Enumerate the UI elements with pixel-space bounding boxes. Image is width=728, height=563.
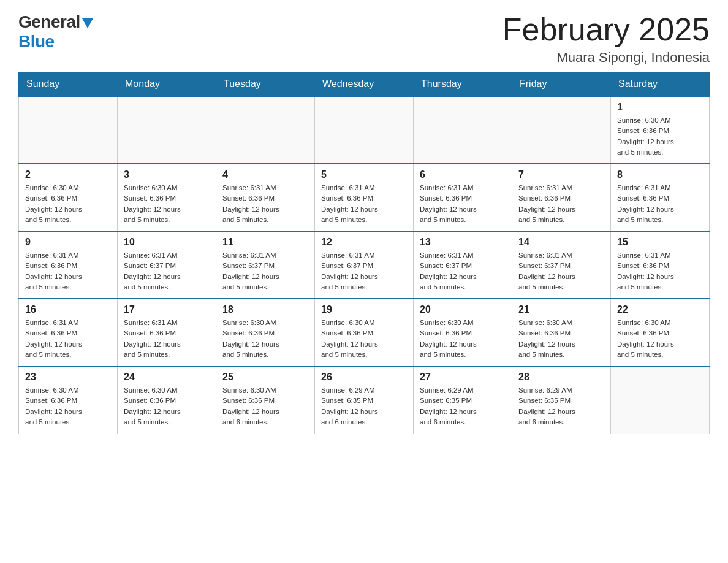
calendar-day-cell: 15Sunrise: 6:31 AMSunset: 6:36 PMDayligh… — [611, 231, 710, 299]
day-number: 4 — [222, 169, 308, 180]
day-info: Sunrise: 6:30 AMSunset: 6:36 PMDaylight:… — [25, 183, 111, 225]
calendar-day-cell: 8Sunrise: 6:31 AMSunset: 6:36 PMDaylight… — [611, 164, 710, 231]
calendar-day-cell: 13Sunrise: 6:31 AMSunset: 6:37 PMDayligh… — [414, 231, 512, 299]
calendar-day-cell: 28Sunrise: 6:29 AMSunset: 6:35 PMDayligh… — [512, 366, 611, 434]
calendar-day-cell — [19, 96, 118, 164]
day-info: Sunrise: 6:31 AMSunset: 6:37 PMDaylight:… — [518, 250, 604, 293]
day-number: 20 — [420, 304, 506, 315]
day-number: 8 — [617, 169, 703, 180]
day-info: Sunrise: 6:30 AMSunset: 6:36 PMDaylight:… — [222, 385, 308, 427]
day-number: 21 — [518, 304, 604, 315]
calendar-day-cell: 5Sunrise: 6:31 AMSunset: 6:36 PMDaylight… — [315, 164, 414, 231]
calendar-day-cell: 24Sunrise: 6:30 AMSunset: 6:36 PMDayligh… — [118, 366, 216, 434]
calendar-day-cell — [315, 96, 414, 164]
calendar-header: SundayMondayTuesdayWednesdayThursdayFrid… — [19, 72, 710, 97]
calendar-day-cell: 23Sunrise: 6:30 AMSunset: 6:36 PMDayligh… — [19, 366, 118, 434]
calendar-week-row: 16Sunrise: 6:31 AMSunset: 6:36 PMDayligh… — [19, 299, 710, 366]
day-number: 9 — [25, 237, 111, 248]
calendar-week-row: 2Sunrise: 6:30 AMSunset: 6:36 PMDaylight… — [19, 164, 710, 231]
day-number: 18 — [222, 304, 308, 315]
calendar-week-row: 9Sunrise: 6:31 AMSunset: 6:36 PMDaylight… — [19, 231, 710, 299]
calendar-day-cell: 14Sunrise: 6:31 AMSunset: 6:37 PMDayligh… — [512, 231, 611, 299]
calendar-day-cell: 7Sunrise: 6:31 AMSunset: 6:36 PMDaylight… — [512, 164, 611, 231]
day-number: 26 — [321, 372, 407, 383]
day-number: 24 — [124, 372, 210, 383]
day-number: 27 — [420, 372, 506, 383]
day-info: Sunrise: 6:31 AMSunset: 6:37 PMDaylight:… — [124, 250, 210, 293]
day-number: 22 — [617, 304, 703, 315]
day-info: Sunrise: 6:31 AMSunset: 6:36 PMDaylight:… — [617, 183, 703, 225]
svg-marker-0 — [82, 18, 93, 28]
calendar-week-row: 23Sunrise: 6:30 AMSunset: 6:36 PMDayligh… — [19, 366, 710, 434]
calendar-day-cell: 3Sunrise: 6:30 AMSunset: 6:36 PMDaylight… — [118, 164, 216, 231]
day-number: 6 — [420, 169, 506, 180]
day-number: 7 — [518, 169, 604, 180]
day-info: Sunrise: 6:31 AMSunset: 6:36 PMDaylight:… — [124, 318, 210, 360]
calendar-day-cell: 2Sunrise: 6:30 AMSunset: 6:36 PMDaylight… — [19, 164, 118, 231]
day-info: Sunrise: 6:31 AMSunset: 6:36 PMDaylight:… — [617, 250, 703, 293]
calendar-day-cell: 27Sunrise: 6:29 AMSunset: 6:35 PMDayligh… — [414, 366, 512, 434]
calendar-day-cell: 1Sunrise: 6:30 AMSunset: 6:36 PMDaylight… — [611, 96, 710, 164]
day-number: 5 — [321, 169, 407, 180]
day-info: Sunrise: 6:31 AMSunset: 6:37 PMDaylight:… — [420, 250, 506, 293]
day-info: Sunrise: 6:30 AMSunset: 6:36 PMDaylight:… — [518, 318, 604, 360]
day-info: Sunrise: 6:30 AMSunset: 6:36 PMDaylight:… — [321, 318, 407, 360]
calendar-day-cell: 18Sunrise: 6:30 AMSunset: 6:36 PMDayligh… — [216, 299, 315, 366]
logo-blue-text: Blue — [18, 32, 55, 52]
calendar-day-cell: 20Sunrise: 6:30 AMSunset: 6:36 PMDayligh… — [414, 299, 512, 366]
day-info: Sunrise: 6:31 AMSunset: 6:36 PMDaylight:… — [25, 250, 111, 293]
month-title: February 2025 — [502, 12, 710, 47]
calendar-day-cell: 22Sunrise: 6:30 AMSunset: 6:36 PMDayligh… — [611, 299, 710, 366]
day-number: 12 — [321, 237, 407, 248]
day-info: Sunrise: 6:31 AMSunset: 6:37 PMDaylight:… — [321, 250, 407, 293]
day-number: 10 — [124, 237, 210, 248]
day-info: Sunrise: 6:30 AMSunset: 6:36 PMDaylight:… — [124, 385, 210, 427]
day-info: Sunrise: 6:29 AMSunset: 6:35 PMDaylight:… — [420, 385, 506, 427]
logo: General Blue — [18, 12, 93, 52]
calendar-day-cell — [118, 96, 216, 164]
day-info: Sunrise: 6:31 AMSunset: 6:36 PMDaylight:… — [222, 183, 308, 225]
calendar-table: SundayMondayTuesdayWednesdayThursdayFrid… — [18, 72, 710, 434]
calendar-day-cell — [512, 96, 611, 164]
day-number: 16 — [25, 304, 111, 315]
day-info: Sunrise: 6:30 AMSunset: 6:36 PMDaylight:… — [617, 318, 703, 360]
day-number: 23 — [25, 372, 111, 383]
day-of-week-header: Friday — [512, 72, 611, 97]
day-info: Sunrise: 6:31 AMSunset: 6:37 PMDaylight:… — [222, 250, 308, 293]
calendar-day-cell: 26Sunrise: 6:29 AMSunset: 6:35 PMDayligh… — [315, 366, 414, 434]
calendar-day-cell — [611, 366, 710, 434]
calendar-day-cell: 19Sunrise: 6:30 AMSunset: 6:36 PMDayligh… — [315, 299, 414, 366]
calendar-day-cell: 9Sunrise: 6:31 AMSunset: 6:36 PMDaylight… — [19, 231, 118, 299]
day-info: Sunrise: 6:31 AMSunset: 6:36 PMDaylight:… — [321, 183, 407, 225]
page-header: General Blue February 2025 Muara Sipongi… — [18, 12, 710, 66]
day-number: 17 — [124, 304, 210, 315]
day-number: 19 — [321, 304, 407, 315]
day-number: 15 — [617, 237, 703, 248]
calendar-day-cell: 16Sunrise: 6:31 AMSunset: 6:36 PMDayligh… — [19, 299, 118, 366]
calendar-day-cell: 21Sunrise: 6:30 AMSunset: 6:36 PMDayligh… — [512, 299, 611, 366]
day-info: Sunrise: 6:29 AMSunset: 6:35 PMDaylight:… — [518, 385, 604, 427]
calendar-day-cell: 12Sunrise: 6:31 AMSunset: 6:37 PMDayligh… — [315, 231, 414, 299]
day-number: 14 — [518, 237, 604, 248]
day-number: 2 — [25, 169, 111, 180]
calendar-day-cell: 10Sunrise: 6:31 AMSunset: 6:37 PMDayligh… — [118, 231, 216, 299]
day-number: 13 — [420, 237, 506, 248]
day-info: Sunrise: 6:30 AMSunset: 6:36 PMDaylight:… — [617, 115, 703, 158]
day-number: 1 — [617, 102, 703, 113]
day-info: Sunrise: 6:30 AMSunset: 6:36 PMDaylight:… — [25, 385, 111, 427]
day-of-week-header: Wednesday — [315, 72, 414, 97]
day-of-week-header: Sunday — [19, 72, 118, 97]
title-section: February 2025 Muara Sipongi, Indonesia — [502, 12, 710, 66]
day-info: Sunrise: 6:31 AMSunset: 6:36 PMDaylight:… — [420, 183, 506, 225]
calendar-day-cell: 4Sunrise: 6:31 AMSunset: 6:36 PMDaylight… — [216, 164, 315, 231]
day-number: 25 — [222, 372, 308, 383]
day-of-week-header: Saturday — [611, 72, 710, 97]
day-info: Sunrise: 6:30 AMSunset: 6:36 PMDaylight:… — [222, 318, 308, 360]
day-info: Sunrise: 6:30 AMSunset: 6:36 PMDaylight:… — [124, 183, 210, 225]
calendar-day-cell — [414, 96, 512, 164]
day-number: 11 — [222, 237, 308, 248]
calendar-day-cell: 17Sunrise: 6:31 AMSunset: 6:36 PMDayligh… — [118, 299, 216, 366]
day-info: Sunrise: 6:30 AMSunset: 6:36 PMDaylight:… — [420, 318, 506, 360]
logo-triangle-icon — [82, 18, 93, 29]
day-of-week-header: Monday — [118, 72, 216, 97]
